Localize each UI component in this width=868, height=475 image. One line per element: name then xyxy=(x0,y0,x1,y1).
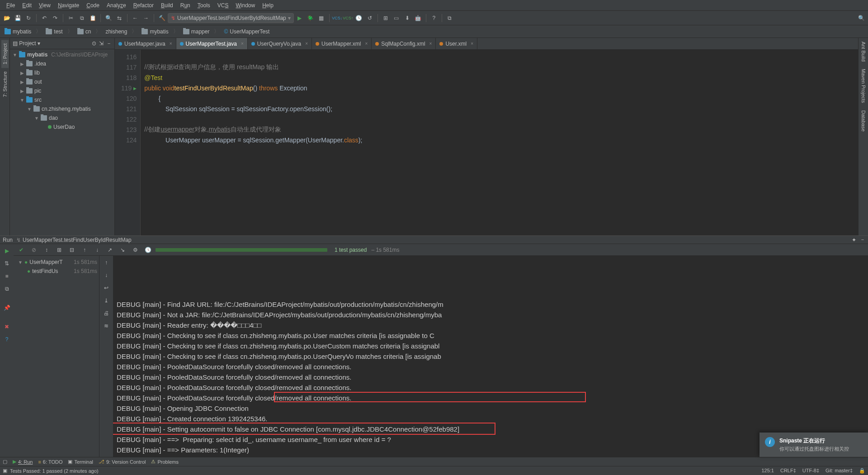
menu-analyze[interactable]: Analyze xyxy=(103,1,130,9)
editor-tab[interactable]: UserQueryVo.java× xyxy=(248,38,312,49)
redo-icon[interactable]: ↷ xyxy=(50,13,60,23)
run-icon[interactable]: ▶ xyxy=(295,13,305,23)
gear-icon[interactable]: ⚙ xyxy=(130,245,140,255)
breadcrumb-item[interactable]: mybatis xyxy=(3,28,33,36)
notification-toast[interactable]: i Snipaste 正在运行 你可以通过托盘图标进行相关控 xyxy=(760,433,868,457)
tree-item[interactable]: ▶out xyxy=(10,77,114,86)
breadcrumb-item[interactable]: zhisheng xyxy=(104,28,129,36)
menu-run[interactable]: Run xyxy=(177,1,194,9)
toolwindow-ant[interactable]: Ant Build xyxy=(860,38,867,65)
breadcrumb-item[interactable]: cn xyxy=(75,28,93,36)
close-red-icon[interactable]: ✖ xyxy=(2,322,12,332)
tree-item[interactable]: ▼dao xyxy=(10,113,114,122)
pin-icon[interactable]: 📌 xyxy=(2,303,12,313)
hide-icon[interactable]: － xyxy=(106,40,112,47)
structure-icon[interactable]: ⊞ xyxy=(381,13,391,23)
vcs-revert-icon[interactable]: ↺ xyxy=(365,13,375,23)
toolwindow-todo[interactable]: ≡6: TODO xyxy=(38,459,62,465)
code-line[interactable]: //测试根据id查询用户信息，使用 resultMap 输出 xyxy=(144,62,854,72)
toolwindow-maven[interactable]: Maven Projects xyxy=(860,65,867,107)
coverage-icon[interactable]: ▦ xyxy=(316,13,326,23)
breadcrumb-item[interactable]: ©UserMapperTest xyxy=(222,28,271,36)
line-separator[interactable]: CRLF‡ xyxy=(780,468,796,474)
code-line[interactable]: { xyxy=(144,93,854,103)
find-icon[interactable]: 🔍 xyxy=(104,13,113,23)
help-blue-icon[interactable]: ? xyxy=(2,334,12,344)
close-icon[interactable]: × xyxy=(365,41,368,46)
code-line[interactable]: //创建usermapper对象,mybatis自动生成代理对象 xyxy=(144,124,854,135)
test-tree-item[interactable]: ● testFindUs 1s 581ms xyxy=(15,267,97,276)
menu-navigate[interactable]: Navigate xyxy=(54,1,83,9)
toolwindow-structure[interactable]: 7: Structure xyxy=(1,68,9,101)
menu-file[interactable]: File xyxy=(3,1,19,9)
code-line[interactable]: SqlSession sqlSession = sqlSessionFactor… xyxy=(144,103,854,114)
toolwindow-database[interactable]: Database xyxy=(860,107,867,135)
export-icon[interactable]: ↗ xyxy=(105,245,115,255)
tree-item[interactable]: ▼cn.zhisheng.mybatis xyxy=(10,104,114,113)
code-line[interactable]: UserMapper userMapper = sqlSession.getMa… xyxy=(144,135,854,145)
tree-item[interactable]: UserDao xyxy=(10,122,114,132)
collapse-icon[interactable]: ⇲ xyxy=(99,40,104,47)
breadcrumb-item[interactable]: mybatis xyxy=(140,28,170,36)
toolwindow-terminal[interactable]: ▣Terminal xyxy=(68,459,93,465)
vcs-commit-icon[interactable]: VCS↑ xyxy=(343,13,353,23)
vcs-update-icon[interactable]: VCS↓ xyxy=(332,13,342,23)
menu-refactor[interactable]: Refactor xyxy=(130,1,157,9)
toolwindow-problems[interactable]: ⚠Problems xyxy=(151,459,178,465)
hide-tool-windows-icon[interactable]: ▢ xyxy=(3,459,7,465)
tree-root[interactable]: ▼ mybatis C:\JetBrains\IDEAProje xyxy=(10,50,114,59)
toolwindow-run[interactable]: ▶4: Run xyxy=(13,459,33,465)
close-icon[interactable]: × xyxy=(170,41,172,46)
down-icon[interactable]: ↓ xyxy=(101,270,111,280)
help-icon[interactable]: ? xyxy=(429,13,439,23)
paste-icon[interactable]: 📋 xyxy=(88,13,98,23)
pass-filter-icon[interactable]: ✔ xyxy=(16,245,26,255)
prev-icon[interactable]: ↑ xyxy=(80,245,90,255)
code-line[interactable] xyxy=(144,52,854,62)
undo-icon[interactable]: ↶ xyxy=(39,13,49,23)
menu-build[interactable]: Build xyxy=(157,1,177,9)
print-icon[interactable]: 🖨 xyxy=(101,308,111,318)
save-all-icon[interactable]: 💾 xyxy=(13,13,23,23)
event-log-icon[interactable]: ▣ xyxy=(3,468,7,474)
fail-filter-icon[interactable]: ⊘ xyxy=(29,245,39,255)
menu-code[interactable]: Code xyxy=(83,1,103,9)
editor-tab[interactable]: UserMapper.xml× xyxy=(312,38,372,49)
dump-icon[interactable]: ⧉ xyxy=(2,284,12,294)
menu-vcs[interactable]: VCS xyxy=(214,1,232,9)
hide-icon[interactable]: － xyxy=(860,236,865,244)
settings-icon[interactable]: ⊙ xyxy=(92,40,96,47)
diff-icon[interactable]: ≋ xyxy=(101,321,111,331)
tree-item[interactable]: ▶lib xyxy=(10,68,114,77)
code-line[interactable]: @Test xyxy=(144,72,854,83)
close-icon[interactable]: × xyxy=(471,41,473,46)
tree-item[interactable]: ▼src xyxy=(10,95,114,104)
close-icon[interactable]: × xyxy=(241,41,244,46)
up-icon[interactable]: ↑ xyxy=(101,258,111,268)
toolwindow-project[interactable]: 1: Project xyxy=(1,40,9,68)
settings-icon[interactable]: ✦ xyxy=(852,237,856,243)
scroll-icon[interactable]: ⤓ xyxy=(101,296,111,306)
menu-window[interactable]: Window xyxy=(232,1,259,9)
git-branch[interactable]: Git: master‡ xyxy=(826,468,853,474)
run-gutter-icon[interactable]: ▸ xyxy=(133,85,137,92)
sync-icon[interactable]: ↻ xyxy=(24,13,33,23)
code-line[interactable]: public void testFindUserByIdResultMap() … xyxy=(144,83,854,93)
editor-tab[interactable]: SqlMapConfig.xml× xyxy=(372,38,436,49)
build-icon[interactable]: 🔨 xyxy=(157,13,167,23)
import-icon[interactable]: ↘ xyxy=(118,245,127,255)
menu-help[interactable]: Help xyxy=(259,1,277,9)
sdk-icon[interactable]: ⬇ xyxy=(402,13,412,23)
stop-icon[interactable]: ■ xyxy=(2,271,12,281)
debug-icon[interactable]: 🪲 xyxy=(306,13,316,23)
editor-tab[interactable]: UserMapper.java× xyxy=(115,38,176,49)
toolwindow-vcs[interactable]: ⎇9: Version Control xyxy=(99,459,146,465)
forward-icon[interactable]: → xyxy=(141,13,151,23)
project-view-dropdown[interactable]: ▤ Project ▾ xyxy=(13,40,40,47)
wrap-icon[interactable]: ↩ xyxy=(101,283,111,293)
search-everywhere-icon[interactable]: 🔍 xyxy=(856,13,866,23)
avd-icon[interactable]: ▭ xyxy=(392,13,401,23)
collapse-icon[interactable]: ⊟ xyxy=(67,245,77,255)
rerun-icon[interactable]: ▶ xyxy=(2,246,12,256)
open-file-icon[interactable]: 📂 xyxy=(2,13,12,23)
